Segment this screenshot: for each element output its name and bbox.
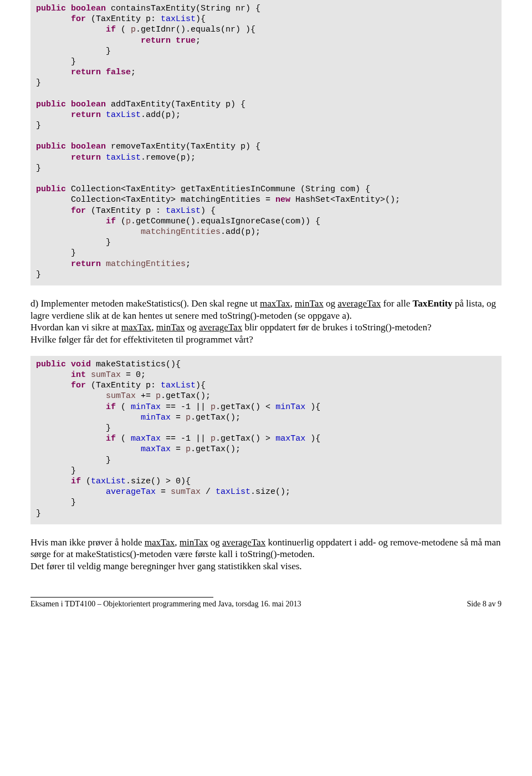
footer: Eksamen i TDT4100 – Objektorientert prog… [30, 597, 502, 626]
code-block-1: public boolean containsTaxEntity(String … [30, 0, 502, 285]
paragraph-bottom: Hvis man ikke prøver å holde maxTax, min… [30, 537, 502, 573]
footer-left-text: Eksamen i TDT4100 – Objektorientert prog… [30, 600, 301, 609]
code-block-2: public void makeStatistics(){ int sumTax… [30, 356, 502, 524]
footer-right-text: Side 8 av 9 [467, 600, 502, 609]
paragraph-d: d) Implementer metoden makeStatistics().… [30, 298, 502, 346]
